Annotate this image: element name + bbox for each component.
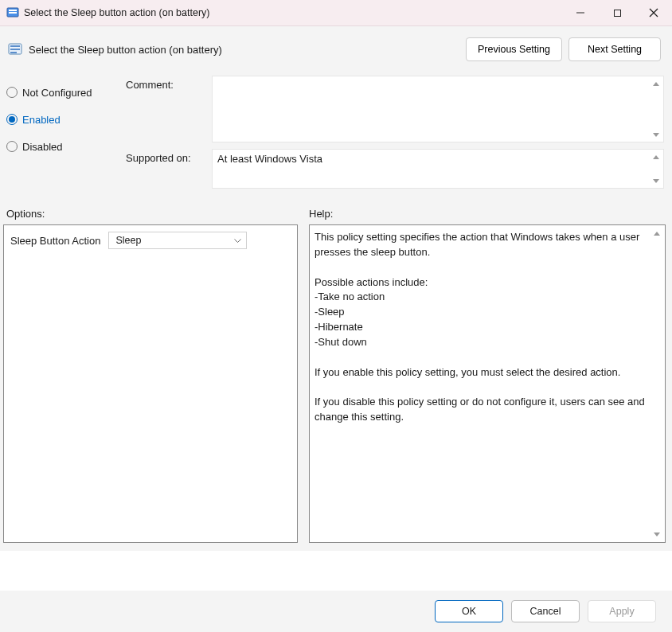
policy-window-icon [6, 6, 19, 19]
scroll-down-icon[interactable] [651, 130, 661, 139]
maximize-button[interactable] [599, 0, 635, 26]
comment-field[interactable] [212, 76, 664, 142]
radio-enabled[interactable]: Enabled [6, 106, 118, 133]
supported-on-label: Supported on: [126, 149, 212, 164]
comment-label: Comment: [126, 76, 212, 91]
svg-rect-8 [10, 45, 20, 47]
policy-icon [8, 42, 22, 57]
apply-button: Apply [588, 600, 656, 622]
next-setting-button[interactable]: Next Setting [568, 37, 661, 61]
titlebar: Select the Sleep button action (on batte… [0, 0, 672, 26]
header-row: Select the Sleep button action (on batte… [0, 26, 672, 76]
supported-on-value: At least Windows Vista [217, 153, 322, 165]
close-button[interactable] [635, 0, 672, 26]
options-pane: Sleep Button Action Sleep [3, 224, 298, 543]
help-section-label: Help: [309, 208, 333, 220]
state-radio-group: Not Configured Enabled Disabled [6, 76, 118, 195]
chevron-down-icon [234, 235, 241, 246]
section-labels: Options: Help: [0, 200, 672, 224]
radio-icon [6, 114, 18, 125]
scroll-down-icon[interactable] [651, 176, 661, 185]
footer: OK Cancel Apply [0, 591, 672, 632]
help-text: This policy setting specifies the action… [315, 230, 649, 425]
cancel-button[interactable]: Cancel [511, 600, 580, 622]
page-title: Select the Sleep button action (on batte… [29, 44, 459, 56]
svg-rect-10 [10, 52, 17, 53]
sleep-action-select[interactable]: Sleep [108, 232, 247, 249]
option-label: Sleep Button Action [10, 235, 100, 247]
radio-not-configured[interactable]: Not Configured [6, 79, 118, 106]
radio-label: Disabled [22, 141, 63, 153]
previous-setting-button[interactable]: Previous Setting [466, 37, 562, 61]
radio-icon [6, 141, 18, 152]
minimize-button[interactable] [562, 0, 599, 26]
svg-rect-9 [10, 49, 20, 50]
supported-on-field: At least Windows Vista [212, 149, 664, 189]
window-title: Select the Sleep button action (on batte… [24, 7, 562, 18]
svg-rect-2 [9, 12, 17, 14]
svg-rect-4 [614, 10, 620, 16]
radio-icon [6, 87, 18, 98]
options-section-label: Options: [6, 208, 309, 220]
ok-button[interactable]: OK [435, 600, 503, 622]
scroll-up-icon[interactable] [651, 152, 661, 162]
scroll-up-icon[interactable] [652, 228, 662, 238]
radio-label: Enabled [22, 114, 61, 126]
svg-rect-1 [9, 10, 17, 11]
config-row: Not Configured Enabled Disabled Comment: [0, 76, 672, 200]
scroll-up-icon[interactable] [651, 79, 661, 88]
scroll-down-icon[interactable] [652, 529, 662, 539]
radio-disabled[interactable]: Disabled [6, 133, 118, 160]
help-pane: This policy setting specifies the action… [309, 224, 666, 543]
radio-label: Not Configured [22, 87, 92, 99]
select-value: Sleep [115, 235, 141, 246]
